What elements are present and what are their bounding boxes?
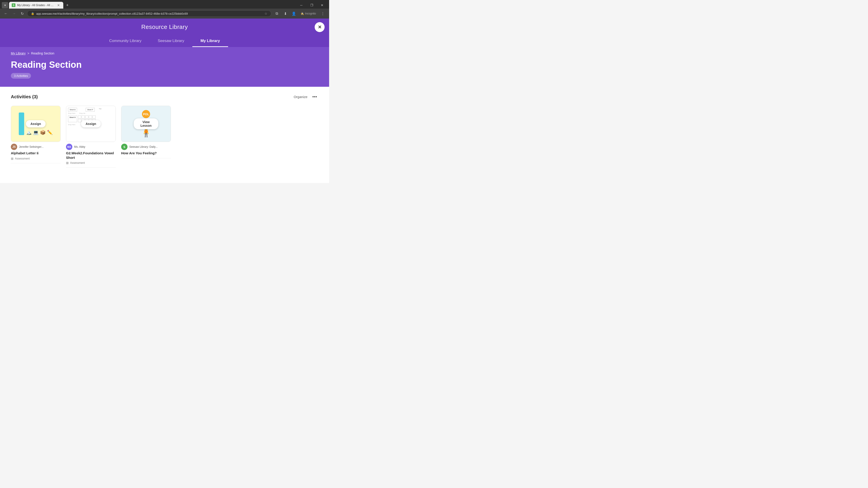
- activity-card-3[interactable]: POL How Are YouFeeling? 🧍 View Lesson S …: [121, 106, 171, 168]
- back-button[interactable]: ←: [3, 10, 9, 17]
- card2-type-label: Assessment: [70, 161, 85, 164]
- address-bar: ← → ↻ 🔒 app.seesaw.me/#/activities/libra…: [0, 8, 329, 19]
- card2-author-avatar: MA: [66, 144, 72, 150]
- profile-button[interactable]: 👤: [290, 10, 298, 17]
- bookmark-star-icon[interactable]: ☆: [265, 12, 268, 15]
- resource-header: Resource Library ✕: [0, 19, 329, 35]
- breadcrumb-current: Reading Section: [31, 52, 55, 55]
- browser-chrome: ▾ S My Library - All Grades - All Su... …: [0, 0, 329, 19]
- card2-header-row: Short A Short F *he: [68, 108, 114, 111]
- card1-pencil-icon: ✏️: [47, 130, 53, 135]
- card2-assign-button[interactable]: Assign: [81, 120, 101, 127]
- downloads-button[interactable]: ⬇: [282, 10, 289, 17]
- assessment-icon-2: ⊞: [66, 161, 69, 165]
- card3-author-name: Seesaw Library: Daily...: [129, 145, 158, 149]
- more-options-button[interactable]: •••: [311, 93, 318, 100]
- tab-switcher[interactable]: ▾: [2, 2, 8, 8]
- card1-blue-rect: [19, 112, 24, 135]
- breadcrumb: My Library > Reading Section: [11, 52, 318, 55]
- section-hero: My Library > Reading Section Reading Sec…: [0, 47, 329, 87]
- card2-divider: [66, 167, 116, 168]
- activities-actions: Organize •••: [293, 93, 318, 100]
- breadcrumb-separator: >: [27, 52, 29, 55]
- card-thumbnail-2: Short A Short F *he Drop Here Drop He...…: [66, 106, 116, 142]
- card1-author: JS Jennifer Seitsinger...: [11, 144, 61, 150]
- organize-button[interactable]: Organize: [293, 95, 307, 99]
- menu-button[interactable]: ⋮: [319, 10, 327, 17]
- forward-button[interactable]: →: [11, 10, 17, 17]
- extensions-button[interactable]: ⧉: [273, 10, 280, 17]
- window-controls: ─ ❐ ✕: [296, 2, 327, 8]
- card1-icons: 🏔️ 💻 📦 ✏️: [26, 130, 53, 135]
- card3-title: How Are You Feeling?: [121, 151, 171, 156]
- maximize-button[interactable]: ❐: [307, 2, 317, 8]
- activity-card-2[interactable]: Short A Short F *he Drop Here Drop He...…: [66, 106, 116, 168]
- card3-author: S Seesaw Library: Daily...: [121, 144, 171, 150]
- card1-author-avatar: JS: [11, 144, 17, 150]
- url-text: app.seesaw.me/#/activities/library/my_li…: [36, 12, 263, 15]
- browser-actions: ⧉ ⬇ 👤 🕵 Incognito ⋮: [273, 10, 327, 17]
- tab-seesaw-library[interactable]: Seesaw Library: [150, 35, 192, 47]
- tab-community-library[interactable]: Community Library: [101, 35, 150, 47]
- url-bar[interactable]: 🔒 app.seesaw.me/#/activities/library/my_…: [27, 10, 271, 17]
- card1-type: ⊞ Assessment: [11, 157, 61, 160]
- card2-short-o: Short O: [68, 116, 77, 122]
- card-thumbnail-1: 🏔️ 💻 📦 ✏️ Assign: [11, 106, 61, 142]
- section-title: Reading Section: [11, 60, 318, 70]
- card1-author-name: Jennifer Seitsinger...: [19, 145, 43, 149]
- app-container: Resource Library ✕ Community Library See…: [0, 19, 329, 183]
- card-thumbnail-3: POL How Are YouFeeling? 🧍 View Lesson: [121, 106, 171, 142]
- activities-badge: 3 Activities: [11, 73, 31, 78]
- close-button[interactable]: ✕: [315, 22, 324, 32]
- card2-author: MA Ms. Abby: [66, 144, 116, 150]
- poll-icon: POL: [142, 110, 150, 118]
- card1-igloo-icon: 🏔️: [26, 130, 32, 135]
- tab-title: My Library - All Grades - All Su...: [17, 4, 55, 7]
- card1-type-label: Assessment: [15, 157, 30, 160]
- card3-view-button[interactable]: View Lesson: [134, 119, 158, 129]
- card1-box-icon: 📦: [40, 130, 46, 135]
- tab-bar: ▾ S My Library - All Grades - All Su... …: [0, 0, 329, 8]
- activity-card-1[interactable]: 🏔️ 💻 📦 ✏️ Assign JS Jennifer Seitsinge: [11, 106, 61, 168]
- card2-short-f: Short F: [86, 108, 95, 111]
- activities-heading: Activities (3): [11, 94, 38, 99]
- incognito-button[interactable]: 🕵 Incognito: [299, 11, 318, 16]
- card2-type: ⊞ Assessment: [66, 161, 116, 165]
- tab-favicon: S: [12, 3, 16, 7]
- card1-laptop-icon: 💻: [33, 130, 39, 135]
- incognito-icon: 🕵: [301, 12, 304, 15]
- activities-section: Activities (3) Organize ••• 🏔️ 💻: [0, 87, 329, 174]
- assessment-icon-1: ⊞: [11, 157, 13, 160]
- activities-header: Activities (3) Organize •••: [11, 93, 318, 100]
- card2-short-a: Short A: [68, 108, 77, 111]
- breadcrumb-parent[interactable]: My Library: [11, 52, 26, 55]
- card2-author-name: Ms. Abby: [74, 145, 85, 149]
- card1-assign-button[interactable]: Assign: [26, 120, 46, 127]
- card1-divider: [11, 163, 61, 163]
- card1-title: Alphabet Letter Ii: [11, 151, 61, 156]
- activities-grid: 🏔️ 💻 📦 ✏️ Assign JS Jennifer Seitsinge: [11, 106, 318, 168]
- tab-my-library[interactable]: My Library: [192, 35, 228, 47]
- new-tab-button[interactable]: +: [64, 2, 70, 8]
- close-window-button[interactable]: ✕: [317, 2, 327, 8]
- lock-icon: 🔒: [31, 12, 34, 15]
- active-tab: S My Library - All Grades - All Su... ✕: [9, 2, 63, 8]
- card2-title: G2.Week2.Foundations Vowel Short: [66, 151, 116, 160]
- resource-library-title: Resource Library: [0, 24, 329, 31]
- tab-close-button[interactable]: ✕: [57, 3, 61, 7]
- incognito-label: Incognito: [305, 12, 316, 15]
- poll-badge: POL: [142, 110, 150, 118]
- minimize-button[interactable]: ─: [296, 2, 307, 8]
- card3-author-avatar: S: [121, 144, 127, 150]
- reload-button[interactable]: ↻: [19, 10, 25, 17]
- navigation-tabs: Community Library Seesaw Library My Libr…: [0, 35, 329, 47]
